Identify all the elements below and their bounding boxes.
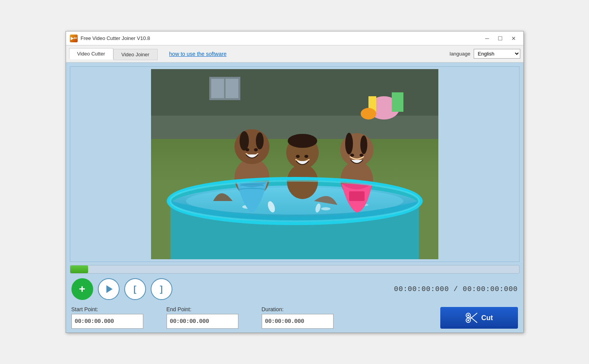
cut-button[interactable]: Cut [440,307,518,329]
app-window: ▶✂ Free Video Cutter Joiner V10.8 ─ ☐ ✕ … [66,31,524,333]
svg-line-42 [470,313,477,319]
start-point-label: Start Point: [71,306,143,312]
start-bracket-icon: [ [134,284,136,294]
main-content: + [ ] 00:00:00:000 / 00:00:00:000 Start … [66,62,523,333]
app-title: Free Video Cutter Joiner V10.8 [81,35,150,41]
svg-point-14 [321,207,330,210]
svg-point-40 [467,319,469,321]
cut-label: Cut [481,314,493,322]
close-button[interactable]: ✕ [508,35,520,42]
set-start-button[interactable]: [ [124,278,146,300]
svg-rect-4 [211,79,224,98]
time-fields-row: Start Point: End Point: Duration: [70,306,520,329]
play-button[interactable] [98,278,120,300]
svg-point-17 [235,129,269,164]
play-icon [106,285,113,293]
svg-rect-8 [392,92,403,112]
end-point-label: End Point: [167,306,238,312]
maximize-button[interactable]: ☐ [495,35,506,42]
app-icon: ▶✂ [70,35,78,42]
help-link[interactable]: how to use the software [169,51,227,57]
start-point-input[interactable] [71,314,143,329]
menu-bar: Video Cutter Video Joiner how to use the… [66,45,523,62]
set-end-button[interactable]: ] [151,278,172,300]
add-file-button[interactable]: + [71,278,93,300]
end-point-group: End Point: [167,306,238,329]
duration-input[interactable] [262,314,334,329]
language-select[interactable]: English Chinese French German Spanish Ja… [474,49,520,59]
time-display: 00:00:00:000 / 00:00:00:000 [394,285,518,293]
language-section: language English Chinese French German S… [450,49,520,59]
duration-label: Duration: [262,306,334,312]
svg-point-19 [256,132,264,149]
end-point-input[interactable] [167,314,238,329]
start-point-group: Start Point: [71,306,143,329]
duration-group: Duration: [262,306,334,329]
video-preview [151,69,438,259]
svg-point-29 [254,148,258,151]
timeline-fill [70,265,88,273]
svg-point-33 [360,154,363,157]
svg-rect-5 [226,79,238,98]
scissors-icon [465,312,478,324]
svg-point-22 [288,134,317,148]
window-controls: ─ ☐ ✕ [481,35,520,42]
svg-line-43 [470,317,477,322]
svg-point-9 [361,108,376,120]
svg-point-41 [467,314,469,316]
language-label: language [450,51,471,57]
video-frame [151,69,438,259]
title-bar: ▶✂ Free Video Cutter Joiner V10.8 ─ ☐ ✕ [66,31,523,45]
end-bracket-icon: ] [160,284,163,294]
title-bar-left: ▶✂ Free Video Cutter Joiner V10.8 [70,35,150,42]
svg-point-18 [240,131,249,151]
svg-point-28 [245,148,249,151]
svg-point-31 [304,155,308,158]
svg-point-26 [360,135,367,154]
svg-point-25 [345,133,353,154]
tab-video-cutter[interactable]: Video Cutter [69,48,113,59]
timeline-bar[interactable] [70,265,520,274]
tab-video-joiner[interactable]: Video Joiner [113,49,158,60]
svg-point-32 [350,154,354,157]
controls-row: + [ ] 00:00:00:000 / 00:00:00:000 [70,278,520,300]
svg-rect-27 [349,191,365,201]
video-area [70,66,520,262]
minimize-button[interactable]: ─ [481,35,493,42]
svg-point-30 [296,155,300,158]
